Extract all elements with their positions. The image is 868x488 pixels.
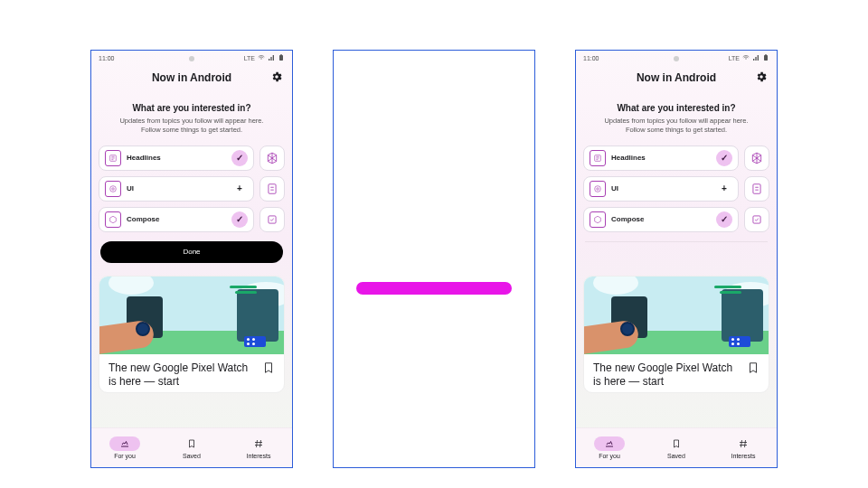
settings-button[interactable] [269,69,285,85]
topic-headlines[interactable]: Headlines ✓ [583,145,739,171]
signal-icon [268,54,275,61]
status-network: LTE [729,55,740,61]
placeholder-panel [333,50,535,468]
topic-compose[interactable]: Compose ✓ [99,207,254,232]
newspaper-icon [590,150,606,166]
card-title: The new Google Pixel Watch is here — sta… [108,361,257,389]
topic-square-1[interactable] [259,145,285,171]
topic-label: Headlines [127,154,226,162]
onboarding-title: What are you interested in? [587,103,766,113]
topics-list: Headlines ✓ UI + Compose ✓ [91,135,292,232]
status-time: 11:00 [583,55,599,61]
settings-button[interactable] [753,69,769,85]
card-illustration [584,277,769,354]
topics-list: Headlines ✓ UI + Compose ✓ [576,135,777,232]
done-button[interactable]: Done [100,241,283,263]
check-icon: ✓ [716,150,732,166]
onboarding-title: What are you interested in? [102,103,281,113]
check-icon: ✓ [231,150,248,166]
target-icon [105,181,121,197]
highlight-bar [356,282,512,295]
feed-card[interactable]: The new Google Pixel Watch is here — sta… [99,276,285,393]
svg-rect-5 [269,183,276,193]
hexagon-icon [590,211,606,228]
topic-headlines[interactable]: Headlines ✓ [99,145,254,171]
svg-point-4 [112,187,115,190]
newspaper-icon [105,150,121,166]
card-illustration [99,277,284,354]
onboarding-subtitle: Updates from topics you follow will appe… [595,117,758,135]
plus-icon: + [231,181,248,197]
topic-label: Compose [611,215,711,223]
topic-square-2[interactable] [259,176,285,202]
bottom-nav: For you Saved Interests [91,427,292,467]
camera-cutout [189,56,194,61]
topic-square-2[interactable] [744,176,769,202]
phone-mockup-after: 11:00 LTE Now in Android What are you in… [575,50,778,468]
nav-saved[interactable]: Saved [643,428,710,467]
card-title: The new Google Pixel Watch is here — sta… [593,361,741,389]
topic-label: UI [611,184,711,192]
svg-point-11 [597,187,599,190]
check-icon: ✓ [231,211,248,228]
topic-label: Headlines [611,154,711,162]
nav-for-you[interactable]: For you [576,428,643,467]
status-time: 11:00 [99,55,115,61]
svg-point-10 [595,185,601,192]
battery-icon [278,54,285,61]
topic-square-3[interactable] [259,207,285,232]
topic-label: UI [127,184,226,192]
onboarding-subtitle: Updates from topics you follow will appe… [110,117,273,135]
svg-rect-8 [765,54,767,55]
upcoming-icon [594,436,625,451]
topic-label: Compose [127,215,226,223]
phone-mockup-before: 11:00 LTE Now in Android What are you in… [90,50,293,468]
bottom-nav: For you Saved Interests [576,427,777,467]
svg-rect-1 [280,54,282,55]
camera-cutout [674,56,679,61]
svg-rect-0 [279,55,283,61]
done-placeholder [585,241,768,263]
nav-saved[interactable]: Saved [158,428,225,467]
gear-icon [270,70,283,83]
onboarding-section: What are you interested in? Updates from… [91,90,292,135]
target-icon [590,181,606,197]
feed-card[interactable]: The new Google Pixel Watch is here — sta… [583,276,769,393]
wifi-icon [742,54,750,61]
bookmarks-icon [176,436,207,451]
nav-interests[interactable]: Interests [710,428,777,467]
svg-point-3 [110,185,117,192]
topic-ui[interactable]: UI + [99,176,254,202]
app-title: Now in Android [152,71,231,84]
app-header: Now in Android [576,65,777,90]
app-header: Now in Android [91,65,292,90]
plus-icon: + [716,181,732,197]
topic-ui[interactable]: UI + [583,176,739,202]
hexagon-icon [105,211,121,228]
topic-square-1[interactable] [744,145,769,171]
hash-icon [728,436,759,451]
nav-interests[interactable]: Interests [225,428,292,467]
gear-icon [755,70,768,83]
app-title: Now in Android [637,71,716,84]
topic-square-3[interactable] [744,207,769,232]
wifi-icon [258,54,265,61]
check-icon: ✓ [716,211,732,228]
hash-icon [243,436,274,451]
bookmark-icon[interactable] [747,361,760,374]
upcoming-icon [109,436,140,451]
bookmarks-icon [661,436,692,451]
svg-rect-12 [753,183,760,193]
onboarding-section: What are you interested in? Updates from… [576,90,777,135]
status-network: LTE [244,55,255,61]
battery-icon [762,54,769,61]
signal-icon [752,54,760,61]
svg-rect-7 [764,55,768,61]
bookmark-icon[interactable] [262,361,275,374]
topic-compose[interactable]: Compose ✓ [583,207,739,232]
nav-for-you[interactable]: For you [91,428,158,467]
